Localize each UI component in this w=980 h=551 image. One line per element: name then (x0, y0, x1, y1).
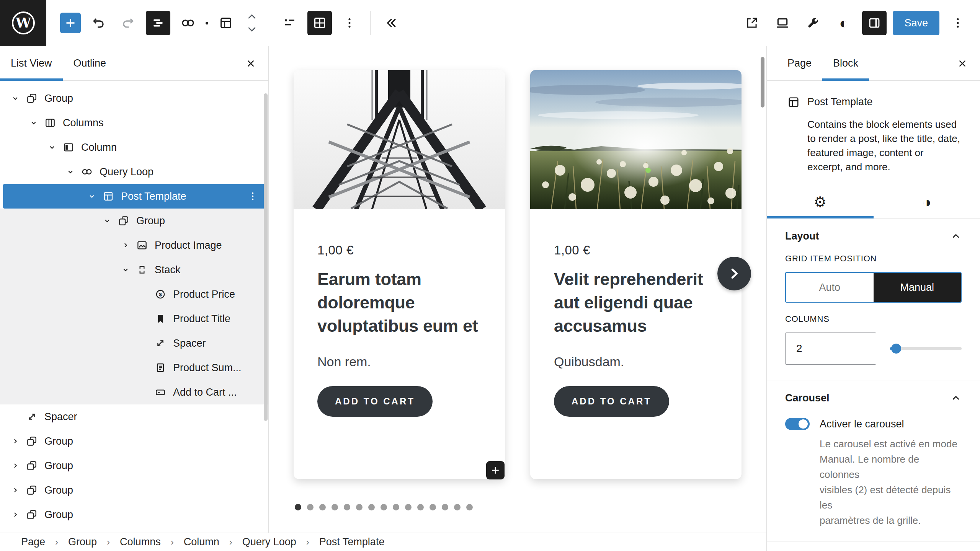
breadcrumb-item-group[interactable]: Group (68, 536, 97, 548)
breadcrumb-item-post-template[interactable]: Post Template (319, 536, 385, 548)
tab-list-view[interactable]: List View (0, 46, 63, 80)
chevron-right-icon[interactable] (8, 483, 22, 497)
carousel-next-button[interactable] (717, 257, 751, 290)
redo-button[interactable] (116, 11, 140, 35)
chevron-right-icon[interactable] (8, 508, 22, 522)
add-to-cart-button[interactable]: ADD TO CART (554, 386, 669, 417)
tab-page[interactable]: Page (777, 46, 822, 80)
view-site-button[interactable] (740, 11, 764, 35)
product-card[interactable]: 1,00 € Earum totam doloremque voluptatib… (294, 70, 505, 479)
list-view-row-product-image[interactable]: Product Image (0, 233, 268, 258)
collapse-toolbar-button[interactable] (379, 11, 403, 35)
preview-button[interactable] (770, 11, 795, 35)
position-auto-option[interactable]: Auto (786, 273, 874, 302)
chevron-down-icon[interactable] (100, 214, 114, 228)
tab-outline[interactable]: Outline (63, 46, 117, 80)
chevron-down-icon[interactable] (64, 165, 77, 179)
carousel-dot-9[interactable] (393, 504, 399, 510)
product-title[interactable]: Earum totam doloremque voluptatibus eum … (317, 267, 481, 337)
list-view-row-group[interactable]: Group (0, 209, 268, 233)
chevron-down-icon[interactable] (119, 263, 132, 277)
carousel-dot-4[interactable] (332, 504, 338, 510)
breadcrumb-item-columns[interactable]: Columns (120, 536, 161, 548)
list-view-row-group[interactable]: Group (0, 453, 268, 478)
layout-panel-header[interactable]: Layout (785, 218, 962, 254)
list-view-row-group[interactable]: Group (0, 478, 268, 502)
close-list-view-button[interactable] (242, 54, 260, 73)
add-to-cart-button[interactable]: ADD TO CART (317, 386, 433, 417)
carousel-panel-header[interactable]: Carousel (785, 380, 962, 416)
close-inspector-button[interactable] (953, 54, 972, 73)
save-button[interactable]: Save (893, 11, 939, 35)
list-view-row-spacer[interactable]: Spacer (0, 404, 268, 429)
move-down-button[interactable] (243, 24, 260, 35)
carousel-dot-15[interactable] (466, 504, 473, 510)
list-view-row-product-price[interactable]: $Product Price (0, 282, 268, 306)
list-view-row-product-sum[interactable]: Product Sum... (0, 355, 268, 380)
columns-slider-thumb[interactable] (891, 344, 901, 354)
breadcrumb-item-page[interactable]: Page (21, 536, 45, 548)
carousel-dot-11[interactable] (417, 504, 424, 510)
tab-settings[interactable]: ⚙ (767, 186, 874, 218)
carousel-dot-10[interactable] (405, 504, 412, 510)
tab-block[interactable]: Block (822, 46, 869, 80)
list-view-row-group[interactable]: Group (0, 429, 268, 453)
product-title[interactable]: Velit reprehenderit aut eligendi quae ac… (554, 267, 718, 337)
breadcrumb-item-column[interactable]: Column (184, 536, 219, 548)
carousel-dot-14[interactable] (454, 504, 461, 510)
carousel-dot-8[interactable] (381, 504, 387, 510)
carousel-dot-1[interactable] (295, 504, 301, 510)
product-card[interactable]: 1,00 € Velit reprehenderit aut eligendi … (530, 70, 742, 479)
carousel-dot-13[interactable] (442, 504, 448, 510)
carousel-dot-7[interactable] (368, 504, 375, 510)
undo-button[interactable] (86, 11, 111, 35)
more-options-button[interactable] (946, 11, 970, 35)
settings-sidebar-toggle-button[interactable] (862, 11, 887, 35)
column-icon (62, 141, 75, 154)
list-view-row-columns[interactable]: Columns (0, 111, 268, 135)
carousel-dot-3[interactable] (319, 504, 326, 510)
list-view-row-spacer[interactable]: Spacer (0, 331, 268, 355)
list-layout-button[interactable] (278, 11, 302, 35)
arrow-style-panel-header[interactable]: Style de flèches (785, 541, 962, 551)
list-view-row-post-template[interactable]: Post Template (3, 184, 265, 209)
list-view-row-stack[interactable]: Stack (0, 258, 268, 282)
post-template-block-button[interactable] (214, 11, 238, 35)
move-up-button[interactable] (243, 11, 260, 22)
grid-layout-button[interactable] (307, 11, 332, 35)
carousel-dot-5[interactable] (344, 504, 350, 510)
canvas-scrollbar[interactable] (761, 57, 764, 108)
list-view-row-column[interactable]: Column (0, 135, 268, 160)
chevron-down-icon[interactable] (8, 91, 22, 105)
chevron-right-icon[interactable] (8, 459, 22, 473)
position-manual-option[interactable]: Manual (874, 273, 961, 302)
chevron-down-icon[interactable] (45, 140, 59, 154)
row-options-icon[interactable] (247, 191, 258, 202)
list-view-row-query-loop[interactable]: Query Loop (0, 160, 268, 184)
block-options-button[interactable] (337, 11, 362, 35)
columns-number-input[interactable] (785, 333, 876, 365)
add-block-button[interactable] (486, 461, 505, 479)
carousel-dot-6[interactable] (356, 504, 363, 510)
chevron-right-icon[interactable] (119, 238, 132, 252)
columns-slider[interactable] (890, 344, 962, 354)
select-parent-query-loop-button[interactable] (176, 11, 200, 35)
carousel-dot-12[interactable] (430, 504, 436, 510)
list-view-row-group[interactable]: Group (0, 502, 268, 527)
list-view-toggle-button[interactable] (146, 11, 170, 35)
tools-button[interactable] (801, 11, 825, 35)
chevron-down-icon[interactable] (85, 189, 99, 203)
carousel-dot-2[interactable] (307, 504, 314, 510)
breadcrumb-item-query-loop[interactable]: Query Loop (242, 536, 296, 548)
wordpress-logo[interactable]: W (0, 0, 46, 46)
list-view-scrollbar[interactable] (264, 93, 268, 421)
list-view-row-add-to-cart[interactable]: Add to Cart ... (0, 380, 268, 404)
inserter-add-button[interactable] (60, 13, 81, 33)
enable-carousel-toggle[interactable] (785, 418, 810, 430)
list-view-row-product-title[interactable]: Product Title (0, 306, 268, 331)
tab-styles[interactable]: ◑ (874, 186, 980, 218)
chevron-down-icon[interactable] (27, 116, 41, 130)
chevron-right-icon[interactable] (8, 434, 22, 448)
global-styles-button[interactable]: ◐ (831, 11, 856, 35)
list-view-row-group[interactable]: Group (0, 86, 268, 111)
